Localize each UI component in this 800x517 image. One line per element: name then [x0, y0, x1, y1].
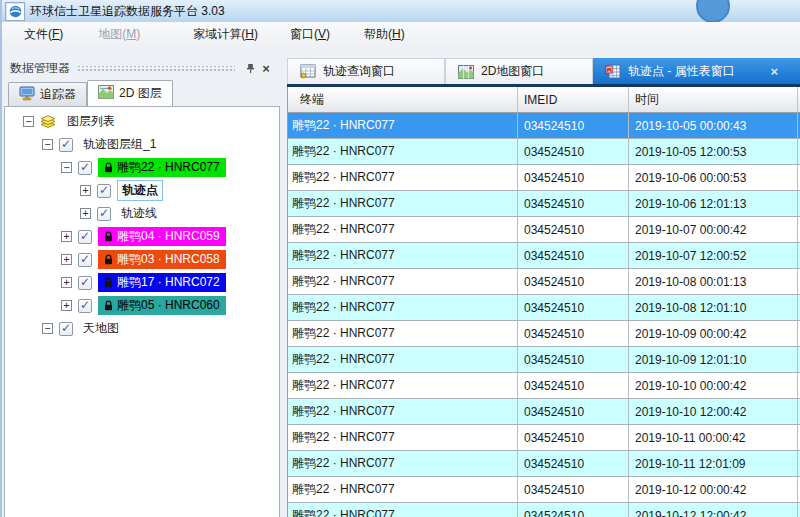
- visibility-checkbox[interactable]: ✓: [78, 230, 92, 244]
- cell-terminal[interactable]: 雕鹗22 · HNRC077: [288, 399, 518, 424]
- column-header-imeid[interactable]: IMEID: [518, 87, 629, 112]
- tree-item-label[interactable]: 雕鹗22 · HNRC077: [98, 158, 226, 177]
- cell-time[interactable]: 2019-10-08 00:01:13: [629, 269, 798, 294]
- cell-time[interactable]: 2019-10-10 12:00:42: [629, 399, 798, 424]
- cell-terminal[interactable]: 雕鹗22 · HNRC077: [288, 295, 518, 320]
- cell-time[interactable]: 2019-10-12 00:00:42: [629, 477, 798, 502]
- cell-imeid[interactable]: 034524510: [518, 217, 629, 242]
- cell-imeid[interactable]: 034524510: [518, 113, 629, 138]
- tree-item-track-layer-group-1[interactable]: −✓轨迹图层组_1: [5, 133, 279, 156]
- tree-item-label[interactable]: 图层列表: [63, 112, 119, 131]
- cell-terminal[interactable]: 雕鹗22 · HNRC077: [288, 243, 518, 268]
- expand-icon[interactable]: +: [80, 208, 91, 219]
- cell-time[interactable]: 2019-10-05 12:00:53: [629, 139, 798, 164]
- table-row[interactable]: 雕鹗22 · HNRC0770345245102019-10-08 12:01:…: [288, 295, 800, 321]
- cell-terminal[interactable]: 雕鹗22 · HNRC077: [288, 191, 518, 216]
- cell-time[interactable]: 2019-10-10 00:00:42: [629, 373, 798, 398]
- cell-time[interactable]: 2019-10-07 12:00:52: [629, 243, 798, 268]
- tab-track-query-window[interactable]: 轨迹查询窗口: [287, 58, 445, 84]
- menu-item-map[interactable]: 地图(M): [94, 23, 144, 46]
- tree-item-diaoe04-hnrc059[interactable]: +✓雕鹗04 · HNRC059: [5, 225, 279, 248]
- menu-item-help[interactable]: 帮助(H): [360, 23, 409, 46]
- tab-track-points-attr-window[interactable]: 轨迹点 - 属性表窗口×: [593, 58, 800, 84]
- table-row[interactable]: 雕鹗22 · HNRC0770345245102019-10-08 00:01:…: [288, 269, 800, 295]
- visibility-checkbox[interactable]: ✓: [97, 207, 111, 221]
- tree-item-label[interactable]: 雕鹗03 · HNRC058: [98, 250, 226, 269]
- tree-item-diaoe22-hnrc077[interactable]: −✓雕鹗22 · HNRC077: [5, 156, 279, 179]
- cell-time[interactable]: 2019-10-11 12:01:09: [629, 451, 798, 476]
- cell-terminal[interactable]: 雕鹗22 · HNRC077: [288, 321, 518, 346]
- table-row[interactable]: 雕鹗22 · HNRC0770345245102019-10-12 00:00:…: [288, 477, 800, 503]
- tree-item-label[interactable]: 天地图: [79, 319, 123, 338]
- tree-item-label[interactable]: 轨迹点: [117, 180, 163, 201]
- expand-icon[interactable]: +: [61, 231, 72, 242]
- cell-time[interactable]: 2019-10-06 00:00:53: [629, 165, 798, 190]
- cell-time[interactable]: 2019-10-12 12:00:42: [629, 503, 798, 517]
- expand-icon[interactable]: +: [61, 300, 72, 311]
- table-row[interactable]: 雕鹗22 · HNRC0770345245102019-10-11 12:01:…: [288, 451, 800, 477]
- table-row[interactable]: 雕鹗22 · HNRC0770345245102019-10-05 00:00:…: [288, 113, 800, 139]
- expand-icon[interactable]: +: [80, 185, 91, 196]
- cell-imeid[interactable]: 034524510: [518, 347, 629, 372]
- collapse-icon[interactable]: −: [42, 139, 53, 150]
- collapse-icon[interactable]: −: [42, 323, 53, 334]
- cell-imeid[interactable]: 034524510: [518, 269, 629, 294]
- menu-item-window[interactable]: 窗口(V): [286, 23, 334, 46]
- tab-2d-layers[interactable]: 2D 图层: [87, 80, 173, 106]
- cell-terminal[interactable]: 雕鹗22 · HNRC077: [288, 503, 518, 517]
- panel-close-icon[interactable]: ×: [258, 60, 274, 76]
- table-row[interactable]: 雕鹗22 · HNRC0770345245102019-10-07 12:00:…: [288, 243, 800, 269]
- cell-terminal[interactable]: 雕鹗22 · HNRC077: [288, 217, 518, 242]
- cell-terminal[interactable]: 雕鹗22 · HNRC077: [288, 347, 518, 372]
- cell-imeid[interactable]: 034524510: [518, 295, 629, 320]
- cell-time[interactable]: 2019-10-09 12:01:10: [629, 347, 798, 372]
- table-row[interactable]: 雕鹗22 · HNRC0770345245102019-10-06 12:01:…: [288, 191, 800, 217]
- tree-item-track-lines[interactable]: +✓轨迹线: [5, 202, 279, 225]
- cell-imeid[interactable]: 034524510: [518, 503, 629, 517]
- cell-time[interactable]: 2019-10-08 12:01:10: [629, 295, 798, 320]
- cell-terminal[interactable]: 雕鹗22 · HNRC077: [288, 165, 518, 190]
- pin-icon[interactable]: [242, 60, 258, 76]
- cell-terminal[interactable]: 雕鹗22 · HNRC077: [288, 373, 518, 398]
- visibility-checkbox[interactable]: ✓: [78, 253, 92, 267]
- collapse-icon[interactable]: −: [61, 162, 72, 173]
- menu-item-file[interactable]: 文件(F): [20, 23, 67, 46]
- cell-imeid[interactable]: 034524510: [518, 139, 629, 164]
- collapse-icon[interactable]: −: [23, 116, 34, 127]
- tab-close-icon[interactable]: ×: [770, 64, 778, 79]
- cell-imeid[interactable]: 034524510: [518, 191, 629, 216]
- tree-item-label[interactable]: 雕鹗17 · HNRC072: [98, 273, 226, 292]
- cell-imeid[interactable]: 034524510: [518, 165, 629, 190]
- tree-item-label[interactable]: 雕鹗04 · HNRC059: [98, 227, 226, 246]
- table-row[interactable]: 雕鹗22 · HNRC0770345245102019-10-10 12:00:…: [288, 399, 800, 425]
- table-row[interactable]: 雕鹗22 · HNRC0770345245102019-10-05 12:00:…: [288, 139, 800, 165]
- tree-item-diaoe03-hnrc058[interactable]: +✓雕鹗03 · HNRC058: [5, 248, 279, 271]
- tab-2d-map-window[interactable]: 2D地图窗口: [445, 58, 593, 84]
- tree-item-label[interactable]: 轨迹线: [117, 204, 161, 223]
- cell-time[interactable]: 2019-10-05 00:00:43: [629, 113, 798, 138]
- cell-terminal[interactable]: 雕鹗22 · HNRC077: [288, 269, 518, 294]
- visibility-checkbox[interactable]: ✓: [59, 138, 73, 152]
- table-row[interactable]: 雕鹗22 · HNRC0770345245102019-10-07 00:00:…: [288, 217, 800, 243]
- cell-terminal[interactable]: 雕鹗22 · HNRC077: [288, 451, 518, 476]
- cell-imeid[interactable]: 034524510: [518, 243, 629, 268]
- cell-time[interactable]: 2019-10-06 12:01:13: [629, 191, 798, 216]
- visibility-checkbox[interactable]: ✓: [59, 322, 73, 336]
- table-row[interactable]: 雕鹗22 · HNRC0770345245102019-10-09 12:01:…: [288, 347, 800, 373]
- tree-item-diaoe05-hnrc060[interactable]: +✓雕鹗05 · HNRC060: [5, 294, 279, 317]
- cell-imeid[interactable]: 034524510: [518, 373, 629, 398]
- cell-imeid[interactable]: 034524510: [518, 477, 629, 502]
- cell-terminal[interactable]: 雕鹗22 · HNRC077: [288, 113, 518, 138]
- cell-imeid[interactable]: 034524510: [518, 321, 629, 346]
- tab-tracker[interactable]: 追踪器: [8, 82, 87, 106]
- expand-icon[interactable]: +: [61, 277, 72, 288]
- table-row[interactable]: 雕鹗22 · HNRC0770345245102019-10-10 00:00:…: [288, 373, 800, 399]
- tree-item-label[interactable]: 轨迹图层组_1: [79, 135, 160, 154]
- tree-item-layer-list[interactable]: −图层列表: [5, 110, 279, 133]
- table-row[interactable]: 雕鹗22 · HNRC0770345245102019-10-11 00:00:…: [288, 425, 800, 451]
- cell-imeid[interactable]: 034524510: [518, 451, 629, 476]
- cell-imeid[interactable]: 034524510: [518, 425, 629, 450]
- tree-item-label[interactable]: 雕鹗05 · HNRC060: [98, 296, 226, 315]
- menu-item-home-range-calc[interactable]: 家域计算(H): [189, 23, 262, 46]
- tree-item-track-points[interactable]: +✓轨迹点: [5, 179, 279, 202]
